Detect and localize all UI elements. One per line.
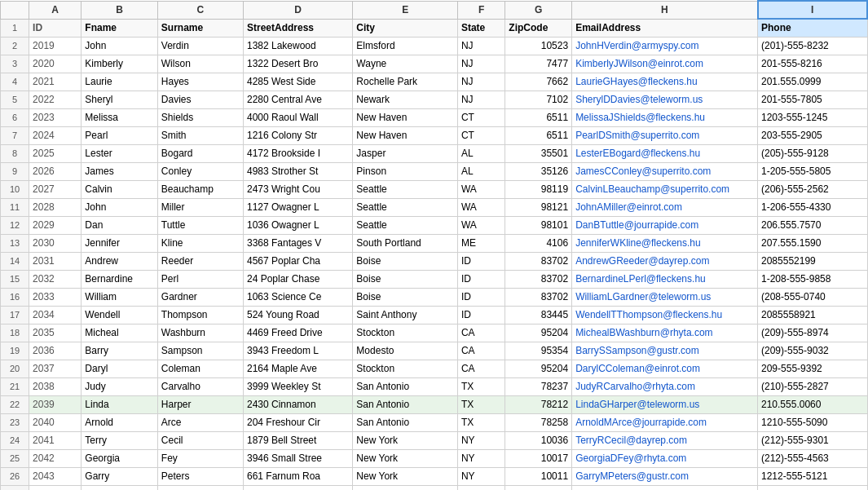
cell-email[interactable]: ArnoldMArce@jourrapide.com: [572, 413, 758, 431]
cell-email[interactable]: AndrewGReeder@dayrep.com: [572, 252, 758, 270]
cell-street[interactable]: 2430 Cinnamon: [243, 395, 352, 413]
cell-city[interactable]: San Antonio: [353, 395, 458, 413]
cell-street[interactable]: 1879 Bell Street: [243, 431, 352, 449]
table-row[interactable]: 232040ArnoldArce204 Freshour CirSan Anto…: [1, 413, 868, 431]
cell-id[interactable]: 2033: [29, 288, 82, 306]
cell-state[interactable]: NY: [457, 431, 504, 449]
table-row[interactable]: 32020KimberlyWilson1322 Desert BroWayneN…: [1, 55, 868, 73]
cell-city[interactable]: Seattle: [353, 216, 458, 234]
cell-street[interactable]: StreetAddress: [243, 19, 352, 37]
cell-fname[interactable]: Sheryl: [82, 90, 157, 108]
table-row[interactable]: 172034WendellThompson524 Young RoadSaint…: [1, 306, 868, 324]
cell-street[interactable]: 1322 Desert Bro: [243, 55, 352, 73]
cell-state[interactable]: CT: [457, 108, 504, 126]
cell-zipcode[interactable]: 83702: [505, 270, 572, 288]
cell-city[interactable]: Boise: [353, 288, 458, 306]
cell-street[interactable]: 4750 Aviation W: [243, 485, 352, 490]
cell-id[interactable]: 2032: [29, 270, 82, 288]
cell-email[interactable]: MichealBWashburn@rhyta.com: [572, 324, 758, 342]
cell-surname[interactable]: Harper: [157, 395, 243, 413]
cell-email[interactable]: MelissaJShields@fleckens.hu: [572, 108, 758, 126]
cell-city[interactable]: City: [353, 19, 458, 37]
cell-email[interactable]: JudyRCarvalho@rhyta.com: [572, 377, 758, 395]
cell-zipcode[interactable]: 4106: [505, 234, 572, 252]
cell-state[interactable]: TX: [457, 413, 504, 431]
cell-fname[interactable]: Laurie: [82, 73, 157, 90]
cell-phone[interactable]: 2085552199: [758, 252, 867, 270]
table-row[interactable]: 72024PearlSmith1216 Colony StrNew HavenC…: [1, 126, 868, 144]
cell-phone[interactable]: (205)-555-9128: [758, 144, 867, 162]
cell-fname[interactable]: Fname: [82, 19, 157, 37]
table-row[interactable]: 272044JonasBarreto4750 Aviation WLos Ang…: [1, 485, 868, 490]
cell-surname[interactable]: Thompson: [157, 306, 243, 324]
cell-phone[interactable]: 1203-555-1245: [758, 108, 867, 126]
cell-surname[interactable]: Arce: [157, 413, 243, 431]
cell-city[interactable]: Jasper: [353, 144, 458, 162]
table-row[interactable]: 212038JudyCarvalho3999 Weekley StSan Ant…: [1, 377, 868, 395]
cell-fname[interactable]: James: [82, 162, 157, 180]
cell-city[interactable]: New York: [353, 431, 458, 449]
cell-state[interactable]: WA: [457, 216, 504, 234]
cell-zipcode[interactable]: 10011: [505, 467, 572, 485]
cell-id[interactable]: 2026: [29, 162, 82, 180]
cell-zipcode[interactable]: 90017: [505, 485, 572, 490]
cell-city[interactable]: Boise: [353, 270, 458, 288]
cell-zipcode[interactable]: 10017: [505, 449, 572, 467]
cell-zipcode[interactable]: 78237: [505, 377, 572, 395]
col-a-header[interactable]: A: [29, 1, 82, 19]
cell-state[interactable]: NY: [457, 449, 504, 467]
cell-city[interactable]: Stockton: [353, 360, 458, 377]
cell-street[interactable]: 4983 Strother St: [243, 162, 352, 180]
cell-fname[interactable]: Garry: [82, 467, 157, 485]
cell-street[interactable]: 4172 Brookside I: [243, 144, 352, 162]
table-row[interactable]: 62023MelissaShields4000 Raoul WallNew Ha…: [1, 108, 868, 126]
cell-surname[interactable]: Perl: [157, 270, 243, 288]
cell-id[interactable]: 2023: [29, 108, 82, 126]
cell-surname[interactable]: Hayes: [157, 73, 243, 90]
cell-fname[interactable]: Kimberly: [82, 55, 157, 73]
table-row[interactable]: 102027CalvinBeauchamp2473 Wright CouSeat…: [1, 180, 868, 198]
cell-city[interactable]: New York: [353, 449, 458, 467]
cell-email[interactable]: TerryRCecil@dayrep.com: [572, 431, 758, 449]
cell-state[interactable]: ID: [457, 288, 504, 306]
cell-phone[interactable]: (206)-555-2562: [758, 180, 867, 198]
cell-street[interactable]: 2473 Wright Cou: [243, 180, 352, 198]
cell-city[interactable]: Rochelle Park: [353, 73, 458, 90]
cell-email[interactable]: JamesCConley@superrito.com: [572, 162, 758, 180]
cell-id[interactable]: 2019: [29, 37, 82, 55]
cell-surname[interactable]: Coleman: [157, 360, 243, 377]
col-h-header[interactable]: H: [572, 1, 758, 19]
cell-city[interactable]: New York: [353, 467, 458, 485]
cell-id[interactable]: ID: [29, 19, 82, 37]
cell-state[interactable]: AL: [457, 144, 504, 162]
cell-zipcode[interactable]: 7477: [505, 55, 572, 73]
cell-id[interactable]: 2041: [29, 431, 82, 449]
cell-surname[interactable]: Beauchamp: [157, 180, 243, 198]
cell-street[interactable]: 1382 Lakewood: [243, 37, 352, 55]
cell-phone[interactable]: 1-208-555-9858: [758, 270, 867, 288]
cell-state[interactable]: CA: [457, 324, 504, 342]
cell-email[interactable]: WendellTThompson@fleckens.hu: [572, 306, 758, 324]
cell-phone[interactable]: 1-206-555-4330: [758, 198, 867, 216]
cell-id[interactable]: 2027: [29, 180, 82, 198]
cell-id[interactable]: 2035: [29, 324, 82, 342]
table-row[interactable]: 202037DarylColeman2164 Maple AveStockton…: [1, 360, 868, 377]
cell-street[interactable]: 4000 Raoul Wall: [243, 108, 352, 126]
cell-street[interactable]: 4469 Freed Drive: [243, 324, 352, 342]
cell-street[interactable]: 524 Young Road: [243, 306, 352, 324]
cell-surname[interactable]: Miller: [157, 198, 243, 216]
cell-surname[interactable]: Barreto: [157, 485, 243, 490]
cell-email[interactable]: CalvinLBeauchamp@superrito.com: [572, 180, 758, 198]
cell-email[interactable]: JonasSBarreto@jourrapide.com: [572, 485, 758, 490]
table-row[interactable]: 52022SherylDavies2280 Central AveNewarkN…: [1, 90, 868, 108]
cell-phone[interactable]: 201-555-8216: [758, 55, 867, 73]
cell-surname[interactable]: Wilson: [157, 55, 243, 73]
cell-fname[interactable]: John: [82, 37, 157, 55]
table-row[interactable]: 242041TerryCecil1879 Bell StreetNew York…: [1, 431, 868, 449]
cell-fname[interactable]: Daryl: [82, 360, 157, 377]
cell-street[interactable]: 24 Poplar Chase: [243, 270, 352, 288]
cell-id[interactable]: 2029: [29, 216, 82, 234]
cell-fname[interactable]: Bernardine: [82, 270, 157, 288]
cell-city[interactable]: Elmsford: [353, 37, 458, 55]
cell-fname[interactable]: Georgia: [82, 449, 157, 467]
